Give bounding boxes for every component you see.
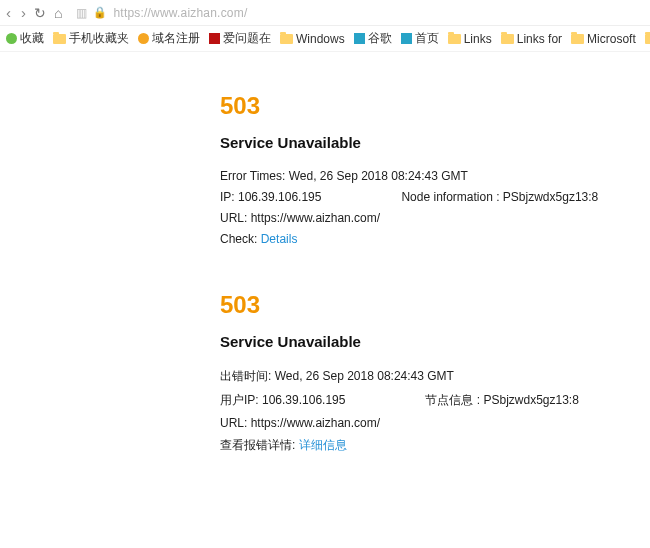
error-code: 503 — [220, 92, 650, 120]
lock-icon: 🔒 — [93, 6, 107, 19]
error-node-value: PSbjzwdx5gz13:8 — [483, 393, 578, 407]
error-ip-row: 用户IP: 106.39.106.195 节点信息 : PSbjzwdx5gz1… — [220, 392, 650, 409]
forward-button[interactable]: › — [21, 5, 26, 20]
star-icon — [6, 33, 17, 44]
error-time-row: 出错时间: Wed, 26 Sep 2018 08:24:43 GMT — [220, 368, 650, 385]
bookmark-mobile-fav[interactable]: 手机收藏夹 — [53, 30, 129, 47]
folder-icon — [571, 34, 584, 44]
folder-icon — [501, 34, 514, 44]
error-time-value: Wed, 26 Sep 2018 08:24:43 GMT — [289, 169, 468, 183]
reload-button[interactable]: ↻ — [34, 5, 46, 21]
error-time-label: Error Times: — [220, 169, 285, 183]
error-url-value: https://www.aizhan.com/ — [251, 416, 380, 430]
error-time-value: Wed, 26 Sep 2018 08:24:43 GMT — [275, 369, 454, 383]
error-status: Service Unavailable — [220, 333, 650, 350]
bookmark-microsoft[interactable]: Microsoft — [571, 32, 636, 46]
error-node-value: PSbjzwdx5gz13:8 — [503, 190, 598, 204]
bookmark-links[interactable]: Links — [448, 32, 492, 46]
error-check-row: Check: Details — [220, 232, 650, 246]
bookmark-domain[interactable]: 域名注册 — [138, 30, 200, 47]
error-node-label: 节点信息 : — [425, 393, 480, 407]
error-block-zh: 503 Service Unavailable 出错时间: Wed, 26 Se… — [220, 291, 650, 454]
error-check-label: 查看报错详情: — [220, 438, 295, 452]
error-url-row: URL: https://www.aizhan.com/ — [220, 211, 650, 225]
error-status: Service Unavailable — [220, 134, 650, 151]
back-button[interactable]: ‹ — [6, 5, 11, 20]
address-bar[interactable]: ▥ 🔒 https://www.aizhan.com/ — [70, 6, 644, 20]
details-link[interactable]: Details — [261, 232, 298, 246]
bookmarks-bar: 收藏 手机收藏夹 域名注册 爱问题在 Windows 谷歌 首页 Links L… — [0, 26, 650, 52]
folder-icon — [645, 34, 650, 44]
bookmark-home[interactable]: 首页 — [401, 30, 439, 47]
error-url-row: URL: https://www.aizhan.com/ — [220, 416, 650, 430]
bookmark-favorites[interactable]: 收藏 — [6, 30, 44, 47]
error-block-en: 503 Service Unavailable Error Times: Wed… — [220, 92, 650, 246]
bookmark-links-for[interactable]: Links for — [501, 32, 562, 46]
error-check-label: Check: — [220, 232, 257, 246]
error-time-label: 出错时间: — [220, 369, 271, 383]
nav-arrows: ‹ › — [6, 5, 26, 20]
site-icon — [138, 33, 149, 44]
folder-icon — [448, 34, 461, 44]
error-ip-value: 106.39.106.195 — [238, 190, 321, 204]
error-ip-value: 106.39.106.195 — [262, 393, 345, 407]
error-ip-row: IP: 106.39.106.195 Node information : PS… — [220, 190, 650, 204]
bookmark-google[interactable]: 谷歌 — [354, 30, 392, 47]
error-check-row: 查看报错详情: 详细信息 — [220, 437, 650, 454]
site-icon — [209, 33, 220, 44]
folder-icon — [53, 34, 66, 44]
page-content: 503 Service Unavailable Error Times: Wed… — [0, 52, 650, 454]
url-text: https://www.aizhan.com/ — [113, 6, 247, 20]
home-button[interactable]: ⌂ — [54, 5, 62, 21]
details-link[interactable]: 详细信息 — [299, 438, 347, 452]
bookmark-aiwen[interactable]: 爱问题在 — [209, 30, 271, 47]
error-node-label: Node information : — [401, 190, 499, 204]
error-url-label: URL: — [220, 211, 247, 225]
error-url-value: https://www.aizhan.com/ — [251, 211, 380, 225]
page-icon: ▥ — [76, 6, 87, 20]
error-time-row: Error Times: Wed, 26 Sep 2018 08:24:43 G… — [220, 169, 650, 183]
folder-icon — [280, 34, 293, 44]
site-icon — [354, 33, 365, 44]
site-icon — [401, 33, 412, 44]
bookmark-windows[interactable]: Windows — [280, 32, 345, 46]
bookmark-msn[interactable]: MSN 网 — [645, 30, 650, 47]
error-code: 503 — [220, 291, 650, 319]
error-ip-label: IP: — [220, 190, 235, 204]
error-url-label: URL: — [220, 416, 247, 430]
browser-toolbar: ‹ › ↻ ⌂ ▥ 🔒 https://www.aizhan.com/ — [0, 0, 650, 26]
error-ip-label: 用户IP: — [220, 393, 259, 407]
